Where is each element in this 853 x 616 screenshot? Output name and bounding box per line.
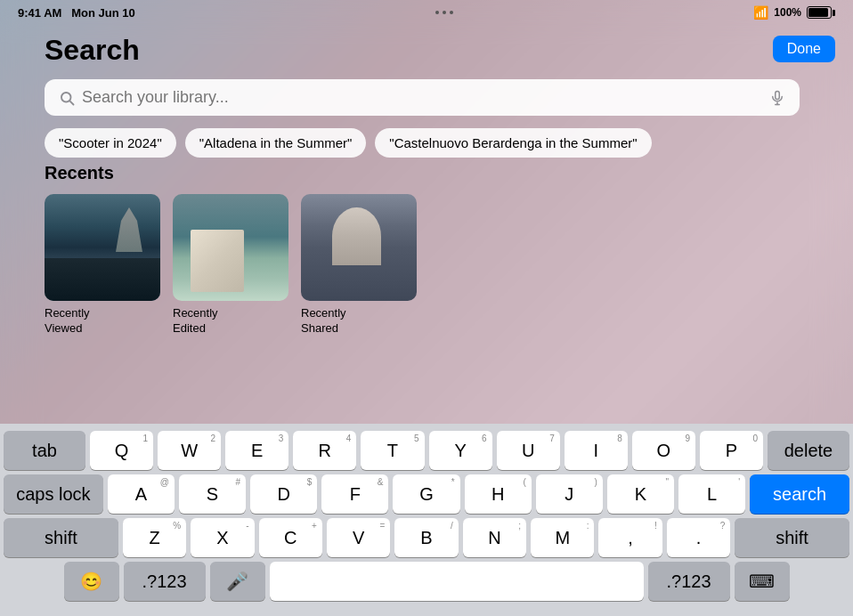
u-main: U — [522, 442, 534, 459]
z-sub: % — [173, 522, 181, 531]
g-key[interactable]: * G — [393, 474, 459, 514]
c-sub: + — [312, 522, 317, 531]
emoji-key[interactable]: 😊 — [64, 562, 119, 601]
svg-rect-2 — [776, 91, 780, 99]
o-key[interactable]: 9 O — [632, 431, 695, 470]
caps-lock-key[interactable]: caps lock — [4, 474, 103, 514]
v-sub: = — [379, 522, 385, 531]
y-key[interactable]: 6 Y — [429, 431, 492, 470]
recent-item-viewed[interactable]: RecentlyViewed — [45, 194, 160, 336]
date-label: Mon Jun 10 — [71, 6, 135, 20]
w-key[interactable]: 2 W — [158, 431, 221, 470]
k-main: K — [635, 485, 646, 503]
k-sub: " — [665, 478, 669, 487]
recents-grid: RecentlyViewed RecentlyEdited RecentlySh… — [45, 194, 800, 336]
b-main: B — [420, 529, 432, 547]
e-main: E — [251, 442, 263, 459]
g-main: G — [419, 485, 434, 503]
b-key[interactable]: / B — [394, 518, 458, 557]
recent-item-shared[interactable]: RecentlyShared — [301, 194, 417, 336]
r-sub: 4 — [346, 434, 352, 443]
n-key[interactable]: ; N — [463, 518, 526, 557]
a-main: A — [135, 485, 147, 503]
keyboard-row-3: shift % Z - X + C = V / B ; N : M — [4, 518, 849, 557]
z-main: Z — [149, 529, 159, 547]
done-button[interactable]: Done — [773, 36, 835, 62]
t-main: T — [387, 442, 398, 459]
suggestions-list: "Scooter in 2024" "Altadena in the Summe… — [45, 128, 800, 158]
i-main: I — [593, 442, 598, 459]
i-key[interactable]: 8 I — [565, 431, 628, 470]
v-key[interactable]: = V — [327, 518, 390, 557]
delete-label: delete — [784, 442, 833, 459]
space-key[interactable] — [270, 562, 644, 601]
o-main: O — [657, 442, 671, 459]
microphone-icon[interactable] — [769, 90, 785, 106]
search-section: Search "Scooter in 2024" "Altadena in th… — [45, 34, 800, 179]
thumb-edited-img — [173, 194, 288, 301]
search-key[interactable]: search — [750, 474, 849, 514]
numeric-left-key[interactable]: .?123 — [124, 562, 206, 601]
recent-label-viewed: RecentlyViewed — [45, 306, 90, 336]
thumb-shared-img — [301, 194, 417, 301]
recent-thumb-shared — [301, 194, 417, 301]
p-key[interactable]: 0 P — [700, 431, 763, 470]
comma-key[interactable]: ! , — [598, 518, 662, 557]
suggestion-0[interactable]: "Scooter in 2024" — [45, 128, 176, 158]
s-key[interactable]: # S — [179, 474, 246, 514]
m-sub: : — [587, 522, 589, 531]
d-key[interactable]: $ D — [250, 474, 317, 514]
mic-key[interactable]: 🎤 — [210, 562, 265, 601]
m-main: M — [555, 529, 570, 547]
j-sub: ) — [595, 478, 597, 487]
left-shift-key[interactable]: shift — [4, 518, 118, 557]
status-center-dots — [435, 11, 453, 14]
e-key[interactable]: 3 E — [225, 431, 288, 470]
status-time: 9:41 AM Mon Jun 10 — [18, 6, 135, 20]
u-key[interactable]: 7 U — [497, 431, 560, 470]
numeric-right-key[interactable]: .?123 — [648, 562, 730, 601]
wifi-icon: 📶 — [753, 5, 768, 20]
z-key[interactable]: % Z — [123, 518, 186, 557]
dot-2 — [443, 11, 446, 14]
p-sub: 0 — [752, 434, 758, 443]
svg-line-1 — [69, 101, 73, 104]
right-shift-key[interactable]: shift — [735, 518, 849, 557]
l-key[interactable]: ' L — [678, 474, 745, 514]
tab-label: tab — [32, 442, 57, 459]
h-key[interactable]: ( H — [465, 474, 532, 514]
l-sub: ' — [738, 478, 740, 487]
t-key[interactable]: 5 T — [361, 431, 424, 470]
y-sub: 6 — [482, 434, 487, 443]
suggestion-1[interactable]: "Altadena in the Summer" — [185, 128, 367, 158]
keyboard-dismiss-key[interactable]: ⌨ — [735, 562, 790, 601]
period-sub: ? — [720, 522, 726, 531]
keyboard-row-2: caps lock @ A # S $ D & F * G ( H ) J — [4, 474, 849, 514]
tab-key[interactable]: tab — [4, 431, 85, 470]
delete-key[interactable]: delete — [768, 431, 849, 470]
f-key[interactable]: & F — [321, 474, 388, 514]
recent-thumb-viewed — [45, 194, 160, 301]
status-bar: 9:41 AM Mon Jun 10 📶 100% — [0, 0, 853, 25]
x-key[interactable]: - X — [191, 518, 254, 557]
r-key[interactable]: 4 R — [293, 431, 356, 470]
c-key[interactable]: + C — [259, 518, 322, 557]
comma-main: , — [628, 529, 633, 547]
period-key[interactable]: ? . — [667, 518, 730, 557]
status-right: 📶 100% — [753, 5, 835, 20]
t-sub: 5 — [414, 434, 419, 443]
q-key[interactable]: 1 Q — [90, 431, 153, 470]
d-sub: $ — [307, 478, 313, 487]
w-sub: 2 — [211, 434, 216, 443]
period-main: . — [696, 529, 702, 547]
j-key[interactable]: ) J — [536, 474, 603, 514]
a-key[interactable]: @ A — [108, 474, 175, 514]
recent-item-edited[interactable]: RecentlyEdited — [173, 194, 288, 336]
m-key[interactable]: : M — [531, 518, 594, 557]
k-key[interactable]: " K — [607, 474, 674, 514]
suggestion-2[interactable]: "Castelnuovo Berardenga in the Summer" — [375, 128, 651, 158]
search-input[interactable] — [82, 88, 762, 107]
g-sub: * — [451, 478, 455, 487]
recent-thumb-edited — [173, 194, 288, 301]
dot-1 — [435, 11, 439, 14]
